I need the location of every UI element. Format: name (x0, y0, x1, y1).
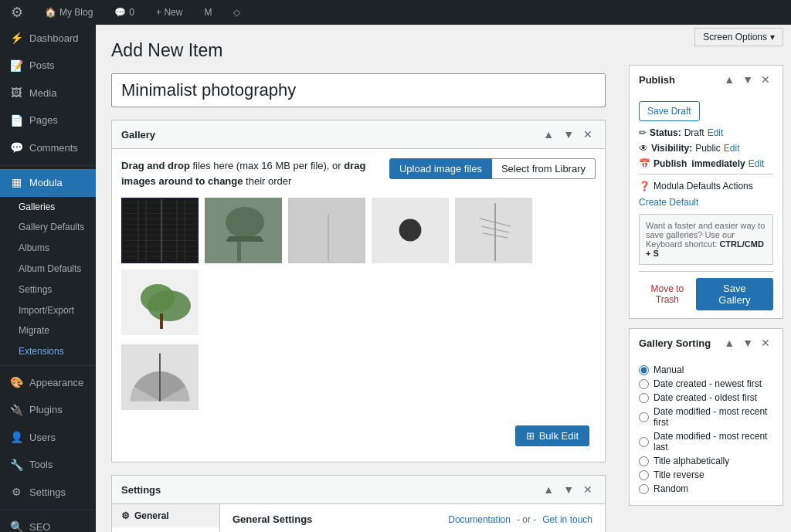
or-text: - or - (517, 514, 536, 525)
publish-collapse-down[interactable]: ▼ (739, 72, 756, 87)
gallery-thumb-5[interactable] (455, 198, 532, 263)
sort-radio-random[interactable] (639, 484, 649, 494)
sort-radio-reverse[interactable] (639, 470, 649, 480)
status-icon: ✏ (639, 127, 647, 138)
sidebar-item-pages[interactable]: 📄 Pages (0, 107, 96, 135)
gallery-thumb-1[interactable] (121, 198, 199, 263)
gallery-sorting-header[interactable]: Gallery Sorting ▲ ▼ ✕ (630, 329, 783, 357)
gallery-thumb-7[interactable] (121, 344, 199, 410)
settings-panel: Settings ▲ ▼ ✕ ⚙ General � (111, 475, 606, 532)
sidebar-item-migrate[interactable]: Migrate (9, 320, 96, 341)
publish-box-header[interactable]: Publish ▲ ▼ ✕ (630, 66, 783, 93)
sidebar-item-extensions[interactable]: Extensions (9, 341, 96, 362)
sidebar-item-import-export[interactable]: Import/Export (9, 300, 96, 321)
publish-edit-link[interactable]: Edit (749, 158, 765, 169)
plugins-icon: 🔌 (9, 403, 23, 418)
gallery-sorting-body: Manual Date created - newest first Date … (630, 357, 783, 505)
sort-label-newest: Date created - newest first (654, 378, 762, 389)
sidebar-item-plugins[interactable]: 🔌 Plugins (0, 397, 96, 425)
sidebar-item-posts[interactable]: 📝 Posts (0, 53, 96, 80)
sort-option-modified-last: Date modified - most recent last (639, 431, 773, 452)
save-gallery-button[interactable]: Save Gallery (696, 278, 773, 310)
gallery-sorting-controls: ▲ ▼ ✕ (721, 335, 773, 351)
admin-bar-new[interactable]: + New (151, 0, 187, 25)
status-edit-link[interactable]: Edit (708, 127, 724, 138)
settings-nav-lightbox[interactable]: 🔗 Lightbox & Links (112, 527, 219, 532)
create-default-link[interactable]: Create Default (639, 197, 698, 208)
move-to-trash-button[interactable]: Move to Trash (639, 283, 696, 305)
visibility-edit-link[interactable]: Edit (724, 143, 740, 154)
settings-panel-collapse-up[interactable]: ▲ (540, 482, 557, 497)
gallery-thumb-6[interactable] (121, 269, 199, 335)
sort-radio-alpha[interactable] (639, 456, 649, 466)
settings-nav-general[interactable]: ⚙ General (112, 504, 219, 527)
gallery-thumb-3[interactable] (288, 198, 365, 263)
main-wrap: Add New Item Gallery ▲ ▼ ✕ Drag and drop… (96, 0, 791, 532)
sort-radio-modified-recent[interactable] (639, 412, 649, 422)
settings-panel-title: Settings (121, 484, 161, 496)
save-draft-button[interactable]: Save Draft (639, 101, 700, 121)
sort-radio-oldest[interactable] (639, 393, 649, 403)
sorting-collapse-down[interactable]: ▼ (739, 335, 756, 351)
drop-text-bold-1: Drag and drop (121, 160, 190, 171)
sort-option-oldest: Date created - oldest first (639, 392, 773, 403)
defaults-actions-label: Modula Defaults Actions (654, 181, 753, 191)
wp-logo[interactable]: ⚙ (6, 0, 28, 25)
admin-bar-modula[interactable]: M (199, 0, 216, 25)
select-from-library-button[interactable]: Select from Library (492, 158, 596, 179)
settings-panel-collapse-down[interactable]: ▼ (560, 482, 577, 497)
gallery-grid (121, 198, 596, 335)
screen-options-button[interactable]: Screen Options ▾ (694, 28, 783, 46)
documentation-link[interactable]: Documentation (448, 514, 511, 525)
sidebar-item-galleries[interactable]: Galleries (9, 197, 96, 218)
sort-option-modified-recent: Date modified - most recent first (639, 406, 773, 428)
sidebar-item-modula[interactable]: ▦ Modula (0, 169, 96, 197)
sorting-close[interactable]: ✕ (758, 335, 773, 351)
sidebar-item-settings-bottom[interactable]: ⚙ Settings (0, 479, 96, 507)
right-sidebar: Publish ▲ ▼ ✕ Save Draft ✏ Status: Draft… (621, 25, 791, 532)
publish-collapse-up[interactable]: ▲ (721, 72, 738, 87)
sidebar-item-dashboard[interactable]: ⚡ Dashboard (0, 25, 96, 53)
sidebar-item-comments[interactable]: 💬 Comments (0, 134, 96, 162)
svg-point-21 (141, 284, 175, 312)
gallery-panel-collapse-up[interactable]: ▲ (540, 127, 557, 142)
upload-image-button[interactable]: Upload image files (389, 158, 492, 179)
publish-close[interactable]: ✕ (758, 72, 773, 87)
admin-bar-site[interactable]: 🏠 My Blog (40, 0, 97, 25)
gallery-thumb-2[interactable] (205, 198, 282, 263)
sort-radio-modified-last[interactable] (639, 437, 649, 447)
gallery-panel: Gallery ▲ ▼ ✕ Drag and drop files here (… (111, 120, 606, 463)
sidebar-item-users[interactable]: 👤 Users (0, 424, 96, 452)
sort-radio-manual[interactable] (639, 365, 649, 375)
bulk-edit-button[interactable]: ⊞ Bulk Edit (515, 425, 589, 446)
sidebar-item-albums[interactable]: Albums (9, 238, 96, 259)
admin-bar-diamond[interactable]: ◇ (229, 0, 245, 25)
sort-radio-newest[interactable] (639, 379, 649, 389)
gallery-panel-close[interactable]: ✕ (580, 127, 596, 142)
sidebar-item-album-defaults[interactable]: Album Defaults (9, 259, 96, 280)
admin-bar-comments[interactable]: 💬 0 (110, 0, 139, 25)
gallery-panel-collapse-down[interactable]: ▼ (560, 127, 577, 142)
gallery-thumb-4[interactable] (372, 198, 449, 263)
gallery-drop-area: Drag and drop files here (max 16 MB per … (121, 158, 596, 188)
sidebar-item-gallery-defaults[interactable]: Gallery Defaults (9, 217, 96, 238)
sort-label-modified-recent: Date modified - most recent first (654, 406, 773, 428)
gallery-grid-row2 (121, 344, 596, 410)
sort-label-alpha: Title alphabetically (654, 456, 729, 466)
sidebar-item-appearance[interactable]: 🎨 Appearance (0, 369, 96, 397)
settings-panel-close[interactable]: ✕ (580, 482, 596, 497)
gallery-panel-header: Gallery ▲ ▼ ✕ (112, 120, 605, 149)
sidebar-item-media[interactable]: 🖼 Media (0, 80, 96, 107)
title-input[interactable] (111, 73, 606, 107)
sidebar-separator-2 (0, 365, 96, 366)
get-in-touch-link[interactable]: Get in touch (542, 514, 592, 525)
sidebar-item-settings[interactable]: Settings (9, 280, 96, 300)
sidebar-item-seo[interactable]: 🔍 SEO (0, 513, 96, 532)
settings-layout: ⚙ General 🔗 Lightbox & Links ▼ Filters (112, 504, 605, 532)
gallery-sorting-title: Gallery Sorting (639, 337, 711, 349)
publish-label: Publish (654, 158, 687, 169)
settings-content: General Settings Documentation - or - Ge… (220, 504, 605, 532)
sorting-collapse-up[interactable]: ▲ (721, 335, 738, 351)
sidebar-item-tools[interactable]: 🔧 Tools (0, 452, 96, 479)
settings-panel-controls: ▲ ▼ ✕ (540, 482, 596, 497)
